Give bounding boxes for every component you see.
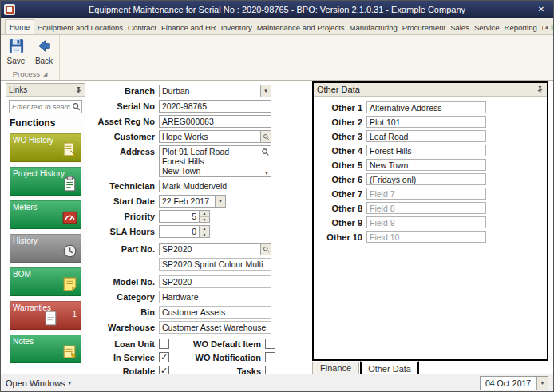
technician-field[interactable]: Mark Mudderveld bbox=[159, 180, 271, 192]
chevron-down-icon[interactable]: ▼ bbox=[536, 377, 548, 390]
asset-reg-no-field[interactable]: AREG000063 bbox=[159, 115, 271, 128]
start-date-row: Start Date 22 Feb 2017 ▼ bbox=[90, 195, 311, 208]
back-button[interactable]: Back bbox=[33, 38, 55, 68]
other-5-label: Other 5 bbox=[314, 160, 366, 170]
other-4-label: Other 4 bbox=[314, 146, 366, 156]
other-4-row: Other 4 Forest Hills bbox=[314, 145, 547, 156]
branch-value: Durban bbox=[162, 86, 189, 96]
save-button[interactable]: Save bbox=[5, 38, 27, 68]
other-8-label: Other 8 bbox=[314, 204, 366, 213]
spinner-up-icon[interactable]: ▲ bbox=[200, 226, 209, 232]
links-panel-title: Links bbox=[9, 85, 27, 94]
links-search bbox=[9, 100, 82, 113]
loan-unit-checkbox[interactable] bbox=[159, 339, 169, 349]
dialog-launcher-icon[interactable]: ◢ bbox=[43, 71, 47, 77]
other-3-row: Other 3 Leaf Road bbox=[314, 130, 547, 142]
ribbon-tab-maintenance-and-projects[interactable]: Maintenance and Projects bbox=[255, 21, 346, 34]
other-9-field[interactable]: Field 9 bbox=[366, 216, 486, 228]
ribbon-tab-strip: Home Equipment and Locations Contract Fi… bbox=[1, 18, 553, 35]
date-picker[interactable]: 04 Oct 2017 ▼ bbox=[480, 376, 548, 390]
other-4-field[interactable]: Forest Hills bbox=[366, 145, 486, 156]
open-windows-label: Open Windows bbox=[6, 378, 65, 388]
ribbon-tab-service[interactable]: Service bbox=[472, 21, 501, 34]
sidebar-item-history[interactable]: History bbox=[10, 234, 81, 263]
notes-icon bbox=[61, 343, 78, 360]
warehouse-field[interactable]: Customer Asset Warehouse bbox=[159, 321, 271, 334]
wo-default-item-label: WO Default Item bbox=[169, 339, 265, 349]
serial-no-field[interactable]: 2020-98765 bbox=[159, 100, 271, 113]
ribbon-tab-reporting[interactable]: Reporting bbox=[502, 21, 539, 34]
chevron-down-icon[interactable]: ▼ bbox=[264, 171, 269, 176]
open-windows-menu[interactable]: Open Windows ▾ bbox=[6, 378, 71, 388]
search-icon[interactable] bbox=[260, 244, 271, 255]
ribbon-tab-inventory[interactable]: Inventory bbox=[219, 21, 254, 34]
search-icon[interactable] bbox=[72, 102, 81, 111]
ribbon-tab-contract[interactable]: Contract bbox=[126, 21, 159, 34]
other-10-field[interactable]: Field 10 bbox=[366, 231, 486, 243]
bin-field[interactable]: Customer Assets bbox=[159, 306, 271, 319]
spinner-down-icon[interactable]: ▼ bbox=[200, 232, 209, 238]
sla-hours-stepper[interactable]: 0 ▲▼ bbox=[159, 225, 210, 238]
back-arrow-icon bbox=[36, 38, 53, 56]
other-5-field[interactable]: New Town bbox=[366, 159, 486, 171]
other-7-placeholder: Field 7 bbox=[370, 189, 395, 199]
ribbon-group-label: Process bbox=[13, 69, 40, 78]
chevron-down-icon[interactable]: ▼ bbox=[260, 85, 271, 97]
chevron-down-icon[interactable]: ▼ bbox=[215, 196, 225, 207]
meters-icon bbox=[61, 209, 78, 226]
priority-stepper[interactable]: 5 ▲▼ bbox=[159, 210, 210, 223]
wo-notification-checkbox[interactable] bbox=[265, 352, 275, 362]
model-no-value: SP2020 bbox=[162, 277, 192, 287]
ribbon-tab-equipment-and-locations[interactable]: Equipment and Locations bbox=[35, 21, 125, 34]
in-service-checkbox[interactable]: ✓ bbox=[159, 352, 169, 362]
other-9-label: Other 9 bbox=[314, 218, 366, 228]
spinner-down-icon[interactable]: ▼ bbox=[200, 217, 209, 223]
other-2-field[interactable]: Plot 101 bbox=[366, 116, 486, 128]
warranties-icon bbox=[42, 310, 59, 327]
search-icon[interactable] bbox=[261, 148, 270, 156]
sidebar-item-meters[interactable]: Meters bbox=[10, 200, 81, 229]
ribbon-tab-finance-and-hr[interactable]: Finance and HR bbox=[159, 21, 218, 34]
model-no-field[interactable]: SP2020 bbox=[159, 275, 271, 288]
other-8-field[interactable]: Field 8 bbox=[366, 202, 486, 214]
spinner-up-icon[interactable]: ▲ bbox=[200, 211, 209, 217]
ribbon-tab-home[interactable]: Home bbox=[5, 19, 34, 34]
other-data-title: Other Data bbox=[317, 85, 360, 94]
other-data-panel: Other Data Other 1 Alternative Address O… bbox=[312, 81, 548, 361]
wo-default-item-checkbox[interactable] bbox=[265, 339, 275, 349]
ribbon: Save Back Process ◢ bbox=[1, 35, 553, 81]
ribbon-collapse-icon[interactable]: ▴ bbox=[543, 22, 551, 31]
category-field[interactable]: Hardware bbox=[159, 291, 271, 303]
other-6-row: Other 6 (Fridays onl) bbox=[314, 173, 547, 185]
ribbon-tab-manufacturing[interactable]: Manufacturing bbox=[347, 21, 399, 34]
close-icon[interactable]: ✕ bbox=[533, 3, 549, 16]
history-icon bbox=[61, 243, 78, 259]
other-1-field[interactable]: Alternative Address bbox=[366, 101, 486, 113]
branch-select[interactable]: Durban ▼ bbox=[159, 85, 271, 97]
sidebar-item-bom[interactable]: BOM bbox=[10, 267, 81, 296]
start-date-picker[interactable]: 22 Feb 2017 ▼ bbox=[159, 195, 226, 208]
sidebar-item-notes[interactable]: Notes bbox=[10, 335, 81, 363]
save-icon bbox=[8, 38, 25, 56]
part-no-lookup[interactable]: SP2020 bbox=[159, 243, 271, 255]
ribbon-tab-sales[interactable]: Sales bbox=[449, 21, 472, 34]
save-button-label: Save bbox=[7, 57, 26, 65]
pin-icon[interactable] bbox=[75, 86, 82, 94]
sidebar-item-wo-history[interactable]: WO History bbox=[10, 133, 81, 162]
pin-icon[interactable] bbox=[536, 85, 544, 93]
serial-no-value: 2020-98765 bbox=[162, 101, 207, 111]
category-label: Category bbox=[90, 292, 159, 302]
search-icon[interactable] bbox=[260, 131, 271, 142]
priority-row: Priority 5 ▲▼ bbox=[90, 210, 311, 223]
sidebar-item-project-history[interactable]: Project History bbox=[10, 167, 81, 196]
ribbon-tab-procurement[interactable]: Procurement bbox=[400, 21, 447, 34]
other-3-field[interactable]: Leaf Road bbox=[366, 130, 486, 142]
address-field[interactable]: Plot 91 Leaf Road Forest Hills New Town … bbox=[159, 145, 271, 177]
other-2-row: Other 2 Plot 101 bbox=[314, 116, 547, 128]
other-6-field[interactable]: (Fridays onl) bbox=[366, 173, 486, 185]
customer-lookup[interactable]: Hope Works bbox=[159, 130, 271, 143]
customer-label: Customer bbox=[90, 132, 159, 141]
warehouse-label: Warehouse bbox=[90, 323, 159, 332]
other-7-field[interactable]: Field 7 bbox=[366, 188, 486, 200]
sidebar-item-warranties[interactable]: Warranties 1 bbox=[10, 301, 81, 330]
